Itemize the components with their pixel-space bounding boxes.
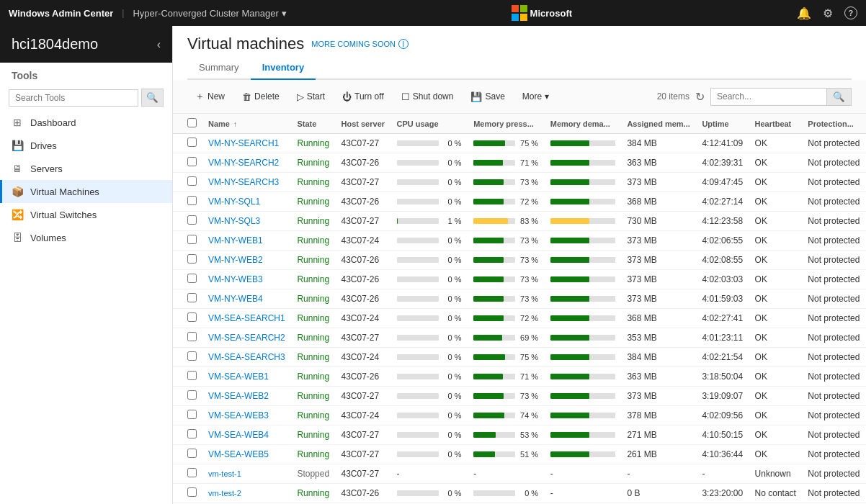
row-checkbox[interactable] bbox=[187, 332, 197, 341]
row-checkbox[interactable] bbox=[187, 410, 197, 419]
col-uptime[interactable]: Uptime bbox=[696, 114, 749, 134]
select-all-checkbox[interactable] bbox=[187, 118, 197, 127]
vm-link[interactable]: VM-NY-SEARCH3 bbox=[208, 177, 279, 187]
row-checkbox[interactable] bbox=[187, 274, 197, 283]
row-checkbox-cell[interactable] bbox=[173, 289, 202, 309]
row-checkbox[interactable] bbox=[187, 390, 197, 400]
col-name[interactable]: Name ↑ bbox=[202, 114, 291, 134]
row-checkbox-cell[interactable] bbox=[173, 387, 202, 406]
sidebar-item-virtual-machines[interactable]: 📦Virtual Machines bbox=[0, 180, 172, 203]
vm-link[interactable]: VM-NY-SQL3 bbox=[208, 216, 260, 226]
col-mem-demand[interactable]: Memory dema... bbox=[545, 114, 622, 134]
row-checkbox[interactable] bbox=[187, 487, 197, 497]
delete-button[interactable]: 🗑 Delete bbox=[234, 87, 287, 107]
row-checkbox-cell[interactable] bbox=[173, 348, 202, 367]
row-checkbox[interactable] bbox=[187, 312, 197, 322]
more-button[interactable]: More ▾ bbox=[514, 87, 557, 106]
vm-link[interactable]: VM-SEA-WEB2 bbox=[208, 391, 269, 401]
row-checkbox-cell[interactable] bbox=[173, 173, 202, 192]
row-checkbox-cell[interactable] bbox=[173, 231, 202, 251]
help-icon[interactable]: ? bbox=[844, 6, 857, 19]
shutdown-icon: ☐ bbox=[401, 91, 410, 102]
row-checkbox[interactable] bbox=[187, 449, 197, 458]
row-checkbox[interactable] bbox=[187, 429, 197, 438]
row-checkbox-cell[interactable] bbox=[173, 134, 202, 153]
col-host[interactable]: Host server bbox=[336, 114, 391, 134]
cpu-bar: 0 % bbox=[397, 178, 462, 186]
vm-mem-demand-cell bbox=[545, 309, 622, 328]
row-checkbox[interactable] bbox=[187, 215, 197, 225]
vm-link[interactable]: VM-NY-SEARCH2 bbox=[208, 158, 279, 168]
row-checkbox-cell[interactable] bbox=[173, 309, 202, 328]
row-checkbox-cell[interactable] bbox=[173, 328, 202, 348]
search-tools-input[interactable] bbox=[9, 89, 138, 107]
col-heartbeat[interactable]: Heartbeat bbox=[749, 114, 803, 134]
search-input[interactable] bbox=[711, 89, 826, 104]
vm-link[interactable]: VM-SEA-SEARCH3 bbox=[208, 352, 285, 362]
vm-link[interactable]: VM-NY-SQL1 bbox=[208, 197, 260, 207]
row-checkbox-cell[interactable] bbox=[173, 367, 202, 387]
sidebar-item-drives[interactable]: 💾Drives bbox=[0, 134, 172, 157]
notification-icon[interactable]: 🔔 bbox=[797, 6, 811, 20]
row-checkbox-cell[interactable] bbox=[173, 270, 202, 289]
select-all-col[interactable] bbox=[173, 114, 202, 134]
vm-link[interactable]: vm-test-1 bbox=[208, 469, 241, 478]
row-checkbox-cell[interactable] bbox=[173, 464, 202, 484]
vm-link[interactable]: vm-test-2 bbox=[208, 489, 241, 498]
search-submit-button[interactable]: 🔍 bbox=[826, 89, 851, 105]
sidebar-item-volumes[interactable]: 🗄Volumes bbox=[0, 226, 172, 249]
vm-link[interactable]: VM-SEA-SEARCH1 bbox=[208, 313, 285, 323]
col-protection[interactable]: Protection... bbox=[802, 114, 866, 134]
row-checkbox-cell[interactable] bbox=[173, 251, 202, 270]
col-state[interactable]: State bbox=[291, 114, 335, 134]
row-checkbox[interactable] bbox=[187, 157, 197, 166]
col-mem-press[interactable]: Memory press... bbox=[468, 114, 545, 134]
start-button[interactable]: ▷ Start bbox=[289, 87, 333, 107]
sidebar-item-virtual-switches[interactable]: 🔀Virtual Switches bbox=[0, 203, 172, 226]
refresh-button[interactable]: ↻ bbox=[695, 90, 705, 104]
tab-inventory[interactable]: Inventory bbox=[251, 56, 316, 80]
vm-link[interactable]: VM-SEA-WEB4 bbox=[208, 430, 269, 440]
row-checkbox[interactable] bbox=[187, 468, 197, 477]
collapse-sidebar-button[interactable]: ‹ bbox=[157, 38, 161, 51]
row-checkbox-cell[interactable] bbox=[173, 406, 202, 426]
row-checkbox-cell[interactable] bbox=[173, 192, 202, 212]
col-assigned[interactable]: Assigned mem... bbox=[621, 114, 696, 134]
row-checkbox[interactable] bbox=[187, 196, 197, 205]
shutdown-button[interactable]: ☐ Shut down bbox=[393, 87, 462, 107]
new-button[interactable]: ＋ New bbox=[187, 86, 233, 107]
vm-mem-press-cell: 73 % bbox=[468, 173, 545, 192]
vm-link[interactable]: VM-SEA-WEB1 bbox=[208, 372, 269, 382]
vm-link[interactable]: VM-NY-WEB3 bbox=[208, 274, 263, 284]
row-checkbox[interactable] bbox=[187, 293, 197, 302]
cluster-label[interactable]: Hyper-Converged Cluster Manager ▾ bbox=[133, 8, 286, 19]
cpu-bar: 0 % bbox=[397, 139, 462, 148]
mem-press-bar: 75 % bbox=[473, 353, 538, 361]
row-checkbox[interactable] bbox=[187, 138, 197, 147]
vm-link[interactable]: VM-NY-WEB2 bbox=[208, 255, 263, 265]
vm-link[interactable]: VM-SEA-SEARCH2 bbox=[208, 333, 285, 343]
row-checkbox-cell[interactable] bbox=[173, 426, 202, 445]
vm-link[interactable]: VM-NY-WEB4 bbox=[208, 294, 263, 304]
row-checkbox-cell[interactable] bbox=[173, 484, 202, 503]
vm-link[interactable]: VM-NY-SEARCH1 bbox=[208, 138, 279, 148]
row-checkbox-cell[interactable] bbox=[173, 445, 202, 464]
sidebar-item-servers[interactable]: 🖥Servers bbox=[0, 157, 172, 180]
tab-summary[interactable]: Summary bbox=[187, 56, 251, 80]
col-cpu[interactable]: CPU usage bbox=[391, 114, 468, 134]
vm-link[interactable]: VM-NY-WEB1 bbox=[208, 235, 263, 246]
search-tools-button[interactable]: 🔍 bbox=[141, 89, 164, 107]
save-button[interactable]: 💾 Save bbox=[463, 87, 512, 107]
row-checkbox-cell[interactable] bbox=[173, 153, 202, 173]
row-checkbox[interactable] bbox=[187, 351, 197, 361]
row-checkbox-cell[interactable] bbox=[173, 212, 202, 231]
vm-link[interactable]: VM-SEA-WEB5 bbox=[208, 449, 269, 459]
turnoff-button[interactable]: ⏻ Turn off bbox=[334, 87, 392, 107]
row-checkbox[interactable] bbox=[187, 371, 197, 380]
row-checkbox[interactable] bbox=[187, 254, 197, 264]
settings-icon[interactable]: ⚙ bbox=[823, 6, 833, 20]
vm-link[interactable]: VM-SEA-WEB3 bbox=[208, 410, 269, 420]
row-checkbox[interactable] bbox=[187, 176, 197, 186]
row-checkbox[interactable] bbox=[187, 235, 197, 244]
sidebar-item-dashboard[interactable]: ⊞Dashboard bbox=[0, 111, 172, 134]
